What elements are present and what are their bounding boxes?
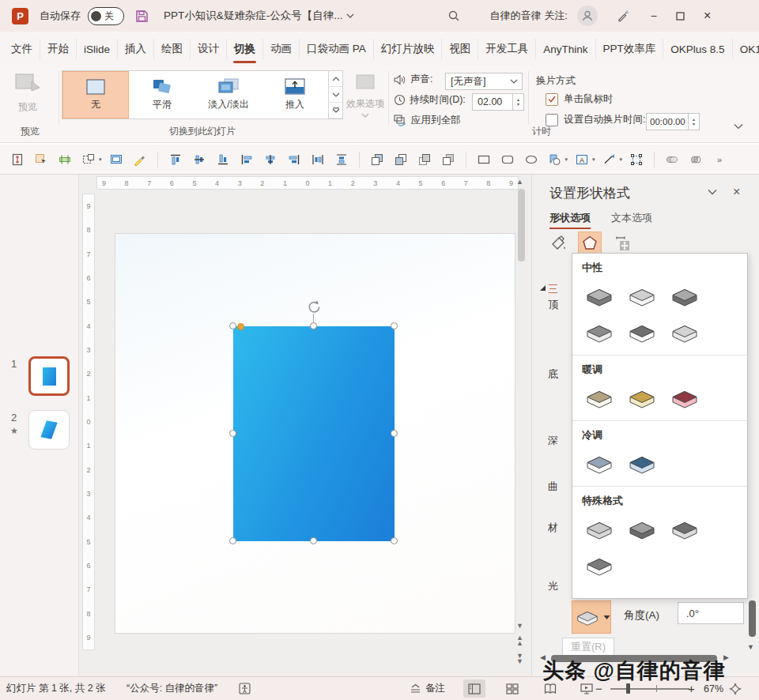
- format-painter-icon[interactable]: [130, 150, 149, 169]
- auto-advance-spinner[interactable]: ▴▾: [689, 113, 700, 130]
- bevel-preset[interactable]: [667, 284, 702, 308]
- transition-fade[interactable]: 淡入/淡出: [195, 71, 262, 119]
- tab-口袋动画 PA[interactable]: 口袋动画 PA: [300, 39, 374, 59]
- notes-toggle[interactable]: 备注: [410, 677, 445, 700]
- reset-button[interactable]: 重置(R): [562, 638, 614, 657]
- presenter-coach-icon[interactable]: [612, 5, 634, 27]
- tab-OKPlus 8.5[interactable]: OKPlus 8.5: [663, 39, 732, 59]
- text-box-icon[interactable]: A▾: [572, 150, 595, 169]
- tab-设计[interactable]: 设计: [191, 39, 227, 59]
- edit-points-icon[interactable]: [627, 150, 646, 169]
- resize-handle-n[interactable]: [310, 322, 317, 329]
- distribute-h-icon[interactable]: [308, 150, 327, 169]
- resize-handle-se[interactable]: [391, 537, 398, 544]
- bevel-preset[interactable]: [667, 386, 702, 410]
- ellipse-icon[interactable]: [522, 150, 541, 169]
- tab-AnyThink[interactable]: AnyThink: [536, 39, 595, 59]
- tab-幻灯片放映[interactable]: 幻灯片放映: [374, 39, 443, 59]
- tab-text-options[interactable]: 文本选项: [611, 211, 652, 225]
- panel-scroll-down-icon[interactable]: ▼: [747, 643, 754, 651]
- collapse-ribbon-icon[interactable]: [734, 123, 743, 130]
- bevel-preset[interactable]: [582, 452, 617, 476]
- resize-handle-e[interactable]: [391, 430, 398, 437]
- snap-grid-icon[interactable]: ▾: [79, 150, 102, 169]
- slide-thumbnail-1[interactable]: [28, 356, 70, 396]
- align-bottom-icon[interactable]: [213, 150, 232, 169]
- auto-advance-input[interactable]: 00:00.00: [646, 113, 689, 130]
- slide-master-icon[interactable]: [107, 150, 126, 169]
- bevel-preset[interactable]: [625, 321, 659, 344]
- rotate-handle-icon[interactable]: [307, 299, 322, 314]
- distribute-v-icon[interactable]: [332, 150, 351, 169]
- bevel-preset[interactable]: [582, 284, 617, 308]
- distribute-horizontal-icon[interactable]: [55, 150, 74, 169]
- shape-gallery-icon[interactable]: ▾: [546, 150, 568, 169]
- tab-开发工具[interactable]: 开发工具: [478, 39, 536, 59]
- bevel-preset[interactable]: [582, 554, 617, 578]
- tab-视图[interactable]: 视图: [442, 39, 478, 59]
- bevel-preset[interactable]: [582, 321, 617, 344]
- section-collapse-icon[interactable]: [539, 284, 546, 292]
- gallery-more-icon[interactable]: [329, 103, 342, 119]
- on-click-checkbox[interactable]: [546, 93, 558, 106]
- fill-line-icon[interactable]: [546, 231, 570, 255]
- resize-handle-s[interactable]: [310, 537, 317, 544]
- resize-handle-w[interactable]: [229, 430, 236, 437]
- tab-切换[interactable]: 切换: [227, 39, 263, 59]
- tab-iSlide[interactable]: iSlide: [77, 39, 118, 59]
- fit-to-window-icon[interactable]: [729, 677, 742, 700]
- bevel-preset[interactable]: [625, 284, 659, 308]
- zoom-slider-track[interactable]: [610, 688, 689, 690]
- slide-size-icon[interactable]: [8, 150, 27, 169]
- maximize-button[interactable]: [667, 0, 694, 32]
- gallery-scroll-up-icon[interactable]: [329, 71, 342, 87]
- resize-handle-ne[interactable]: [391, 322, 398, 329]
- duration-input[interactable]: 02.00: [472, 93, 513, 111]
- apply-all-row[interactable]: 应用到全部: [394, 114, 461, 127]
- merge-shapes-icon[interactable]: [663, 150, 682, 169]
- align-top-icon[interactable]: [166, 150, 185, 169]
- size-properties-icon[interactable]: [611, 231, 635, 255]
- align-middle-icon[interactable]: [190, 150, 209, 169]
- bevel-preset[interactable]: [625, 517, 659, 541]
- bevel-gallery-button[interactable]: [572, 600, 611, 634]
- next-slide-button[interactable]: ▼▼: [516, 653, 523, 664]
- tab-PPT效率库[interactable]: PPT效率库: [596, 39, 664, 59]
- adjust-handle[interactable]: [237, 323, 244, 330]
- align-left-icon[interactable]: [237, 150, 256, 169]
- panel-scrollbar-thumb[interactable]: [749, 600, 756, 637]
- subtract-shapes-icon[interactable]: [686, 150, 705, 169]
- select-object-icon[interactable]: [32, 150, 51, 169]
- accessibility-icon[interactable]: [239, 677, 251, 700]
- effect-options-button[interactable]: 效果选项: [346, 73, 384, 119]
- on-click-row[interactable]: 单击鼠标时: [546, 92, 614, 106]
- more-tools-icon[interactable]: »: [710, 150, 729, 169]
- canvas-scroll-down-icon[interactable]: ▼: [516, 622, 523, 630]
- gallery-scroll-down-icon[interactable]: [329, 87, 342, 103]
- bring-forward-icon[interactable]: [368, 150, 387, 169]
- canvas-scrollbar-thumb[interactable]: [518, 189, 525, 262]
- bevel-preset[interactable]: [625, 386, 659, 410]
- preview-button[interactable]: 预览: [13, 72, 43, 114]
- bevel-preset[interactable]: [667, 517, 702, 541]
- panel-section-label-三[interactable]: 三: [548, 282, 572, 296]
- search-icon[interactable]: [443, 5, 465, 27]
- bevel-preset[interactable]: [582, 517, 617, 541]
- title-dropdown-icon[interactable]: [343, 5, 357, 27]
- tab-OK10 GC[interactable]: OK10 GC: [733, 39, 759, 59]
- slide-thumbnail-2[interactable]: [28, 410, 70, 450]
- angle-input[interactable]: .0°: [678, 602, 744, 624]
- autosave-toggle[interactable]: 关: [88, 7, 124, 25]
- minimize-button[interactable]: −: [640, 0, 667, 32]
- normal-view-button[interactable]: [463, 679, 485, 698]
- tab-开始[interactable]: 开始: [40, 39, 77, 59]
- resize-handle-sw[interactable]: [229, 537, 236, 544]
- transition-none[interactable]: 无: [62, 71, 129, 119]
- save-icon[interactable]: [130, 5, 153, 27]
- rectangle-icon[interactable]: [474, 150, 493, 169]
- bevel-preset[interactable]: [582, 386, 617, 410]
- previous-slide-button[interactable]: ▲▲: [516, 635, 523, 646]
- align-right-icon[interactable]: [285, 150, 304, 169]
- tab-shape-options[interactable]: 形状选项: [549, 211, 591, 225]
- panel-close-icon[interactable]: ×: [733, 185, 740, 199]
